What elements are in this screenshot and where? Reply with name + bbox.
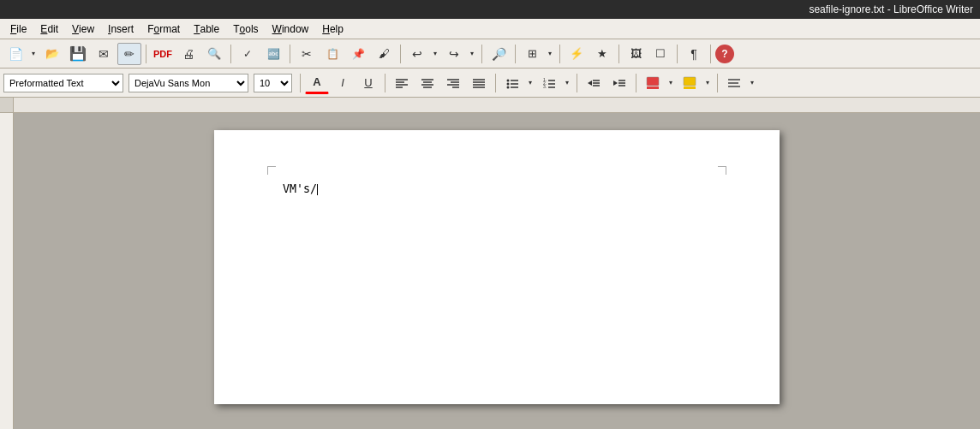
toolbar1-sep7 <box>559 45 560 63</box>
list-unordered-icon <box>505 77 519 89</box>
list-unordered-dropdown[interactable]: ▾ <box>525 72 535 94</box>
highlight-dropdown[interactable]: ▾ <box>666 72 676 94</box>
open-button[interactable]: 📂 <box>40 43 64 65</box>
highlight-color-icon <box>645 75 660 91</box>
outdent-icon <box>587 77 601 89</box>
insert-image-button[interactable]: 🖼 <box>624 43 648 65</box>
font-color-button[interactable]: A <box>305 72 329 94</box>
cut-button[interactable]: ✂ <box>295 43 319 65</box>
paste-button[interactable]: 📌 <box>346 43 370 65</box>
save-button[interactable]: 💾 <box>66 43 90 65</box>
toolbar1-sep10 <box>710 45 711 63</box>
redo-dropdown-button[interactable]: ▾ <box>467 43 477 65</box>
toolbar2: Preformatted Text DejaVu Sans Mon 10 A I… <box>0 69 980 98</box>
align-left-icon <box>395 77 409 89</box>
style-select[interactable]: Preformatted Text <box>3 74 123 92</box>
align-justify-icon <box>472 77 486 89</box>
svg-point-18 <box>507 82 510 85</box>
align-left-button[interactable] <box>390 72 414 94</box>
find-button[interactable]: 🔎 <box>487 43 511 65</box>
email-button[interactable]: ✉ <box>92 43 116 65</box>
align-right-icon <box>446 77 460 89</box>
svg-rect-37 <box>647 86 659 89</box>
redo-icon: ↪ <box>449 47 459 61</box>
email-icon: ✉ <box>99 47 109 61</box>
clone-format-icon: 🖌 <box>379 47 390 60</box>
para-style-dropdown[interactable]: ▾ <box>747 72 757 94</box>
menu-window[interactable]: Window <box>266 19 316 39</box>
insert-table-dropdown[interactable]: ▾ <box>545 43 555 65</box>
align-justify-button[interactable] <box>467 72 491 94</box>
undo-button[interactable]: ↩ <box>405 43 429 65</box>
para-style-button[interactable] <box>722 72 746 94</box>
font-select[interactable]: DejaVu Sans Mon <box>128 74 248 92</box>
toolbar1-sep1 <box>146 45 146 63</box>
macros-icon: ⚡ <box>570 47 583 60</box>
page-corner-tr <box>718 166 726 175</box>
toolbar2-sep3 <box>495 74 496 92</box>
font-italic-button[interactable]: I <box>331 72 355 94</box>
menu-view[interactable]: View <box>65 19 101 39</box>
list-unordered-button[interactable] <box>500 72 524 94</box>
print-icon: 🖨 <box>182 47 194 61</box>
highlight-color-button[interactable] <box>641 72 665 94</box>
insert-textbox-icon: ☐ <box>655 47 666 60</box>
clone-format-button[interactable]: 🖌 <box>372 43 396 65</box>
menu-format[interactable]: Format <box>140 19 187 39</box>
size-select[interactable]: 10 <box>254 74 292 92</box>
document-content[interactable]: VM's/ <box>283 182 728 199</box>
menu-tools[interactable]: Tools <box>226 19 265 39</box>
font-bg-dropdown[interactable]: ▾ <box>702 72 713 94</box>
macros-button[interactable]: ⚡ <box>565 43 589 65</box>
print-button[interactable]: 🖨 <box>176 43 200 65</box>
font-bg-color-button[interactable] <box>678 72 702 94</box>
svg-rect-36 <box>647 77 659 86</box>
paste-icon: 📌 <box>352 48 365 60</box>
menu-help[interactable]: Help <box>315 19 350 39</box>
toolbar1-sep2 <box>230 45 231 63</box>
title-bar: seafile-ignore.txt - LibreOffice Writer <box>0 0 980 19</box>
edit-mode-button[interactable]: ✏ <box>117 43 141 65</box>
menu-insert[interactable]: Insert <box>101 19 140 39</box>
undo-dropdown-button[interactable]: ▾ <box>430 43 440 65</box>
nonprint-chars-icon: ¶ <box>690 47 697 61</box>
menu-table[interactable]: Table <box>187 19 226 39</box>
ruler: · 1 2 3 4 5 6 7 8 9 10 11 12 13 14 15 16… <box>0 98 980 113</box>
font-underline-button[interactable]: U <box>356 72 380 94</box>
page-area[interactable]: VM's/ <box>14 113 980 429</box>
toolbar1-sep4 <box>400 45 401 63</box>
menu-edit[interactable]: Edit <box>33 19 65 39</box>
insert-table-icon: ⊞ <box>528 47 537 60</box>
svg-marker-32 <box>613 80 618 86</box>
new-dropdown-button[interactable]: ▾ <box>28 43 39 65</box>
indent-button[interactable] <box>607 72 631 94</box>
align-center-button[interactable] <box>415 72 439 94</box>
redo-button[interactable]: ↪ <box>442 43 466 65</box>
toolbar1-sep3 <box>290 45 290 63</box>
toolbar1-sep5 <box>481 45 482 63</box>
autocorrect-button[interactable]: 🔤 <box>261 43 285 65</box>
align-center-icon <box>421 77 434 89</box>
svg-point-16 <box>507 79 510 81</box>
list-ordered-button[interactable]: 1.2.3. <box>537 72 561 94</box>
list-ordered-dropdown[interactable]: ▾ <box>562 72 572 94</box>
find-icon: 🔎 <box>492 47 506 61</box>
menu-file[interactable]: File <box>3 19 33 39</box>
insert-textbox-button[interactable]: ☐ <box>648 43 672 65</box>
spellcheck-button[interactable]: ✓ <box>236 43 260 65</box>
para-style-icon <box>726 75 742 91</box>
help-button[interactable]: ? <box>715 45 734 63</box>
nonprint-chars-button[interactable]: ¶ <box>682 43 706 65</box>
align-right-button[interactable] <box>441 72 465 94</box>
copy-icon: 📋 <box>326 48 339 60</box>
toolbar1-sep8 <box>618 45 619 63</box>
print-preview-button[interactable]: 🔍 <box>202 43 226 65</box>
new-button[interactable]: 📄 <box>3 43 27 65</box>
copy-button[interactable]: 📋 <box>320 43 344 65</box>
basic-ide-button[interactable]: ★ <box>590 43 614 65</box>
insert-table-button[interactable]: ⊞ <box>520 43 544 65</box>
outdent-button[interactable] <box>582 72 606 94</box>
style-selector: Preformatted Text <box>3 74 123 92</box>
pdf-button[interactable]: PDF <box>151 43 175 65</box>
basic-ide-icon: ★ <box>597 47 607 60</box>
